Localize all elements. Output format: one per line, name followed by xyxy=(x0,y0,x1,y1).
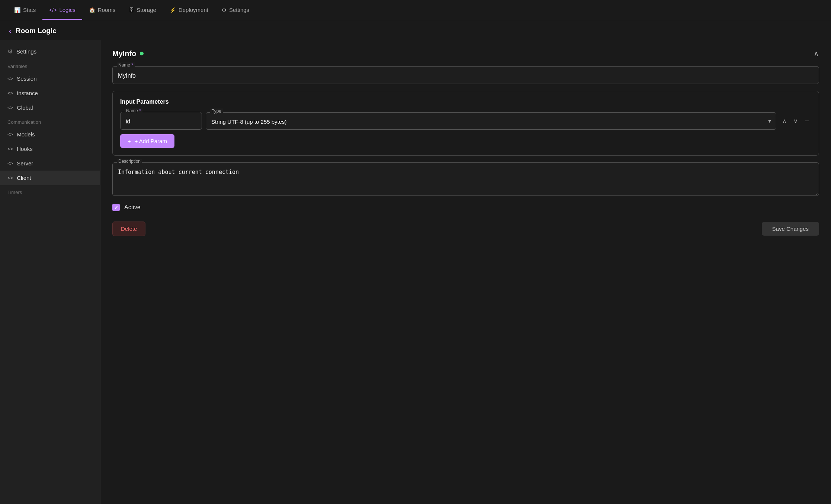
logics-icon: </> xyxy=(49,7,57,13)
nav-deployment[interactable]: ⚡ Deployment xyxy=(163,0,215,20)
nav-rooms[interactable]: 🏠 Rooms xyxy=(82,0,122,20)
rooms-icon: 🏠 xyxy=(89,7,95,13)
param-move-up-button[interactable]: ∧ xyxy=(780,116,789,126)
type-select[interactable]: String UTF-8 (up to 255 bytes) Integer F… xyxy=(206,112,776,130)
sidebar-item-models[interactable]: <> Models xyxy=(0,127,100,142)
code-icon-instance: <> xyxy=(7,90,13,96)
sidebar-item-client[interactable]: <> Client xyxy=(0,171,100,185)
delete-button[interactable]: Delete xyxy=(112,222,145,236)
code-icon-hooks: <> xyxy=(7,146,13,152)
name-required-marker: * xyxy=(131,62,133,68)
checkmark-icon: ✓ xyxy=(114,205,118,210)
code-icon-server: <> xyxy=(7,161,13,166)
top-nav: 📊 Stats </> Logics 🏠 Rooms 🗄 Storage ⚡ D… xyxy=(0,0,831,20)
page-header: ‹ Room Logic xyxy=(0,20,831,40)
logic-header: MyInfo ∧ xyxy=(112,49,819,58)
description-textarea[interactable]: Information about current connection xyxy=(112,162,819,196)
param-remove-button[interactable]: − xyxy=(802,115,811,127)
params-title: Input Parameters xyxy=(120,98,811,105)
collapse-button[interactable]: ∧ xyxy=(814,49,819,58)
nav-logics[interactable]: </> Logics xyxy=(42,0,82,20)
save-button[interactable]: Save Changes xyxy=(762,222,819,236)
bottom-actions: Delete Save Changes xyxy=(112,222,819,236)
code-icon-session: <> xyxy=(7,76,13,81)
param-name-label: Name * xyxy=(125,108,142,113)
description-field: Description Information about current co… xyxy=(112,162,819,197)
gear-icon: ⚙ xyxy=(7,48,13,55)
deployment-icon: ⚡ xyxy=(170,7,176,13)
add-param-button[interactable]: + + Add Param xyxy=(120,134,174,148)
name-field-container: Name * xyxy=(112,66,819,84)
sidebar-item-settings[interactable]: ⚙ Settings xyxy=(0,44,100,59)
sidebar-item-server[interactable]: <> Server xyxy=(0,156,100,171)
communication-section-label: Communication xyxy=(0,115,100,127)
code-icon-global: <> xyxy=(7,105,13,110)
nav-storage[interactable]: 🗄 Storage xyxy=(122,0,163,20)
param-name-input[interactable] xyxy=(120,112,202,130)
param-type-field: Type String UTF-8 (up to 255 bytes) Inte… xyxy=(206,112,776,130)
stats-icon: 📊 xyxy=(14,7,20,13)
page-title: Room Logic xyxy=(16,27,57,35)
param-type-label: Type xyxy=(210,109,223,114)
nav-settings[interactable]: ⚙ Settings xyxy=(215,0,256,20)
param-name-field: Name * xyxy=(120,112,202,130)
type-select-wrapper: String UTF-8 (up to 255 bytes) Integer F… xyxy=(206,112,776,130)
param-actions: ∧ ∨ − xyxy=(780,115,811,127)
back-button[interactable]: ‹ xyxy=(9,27,11,35)
name-field-label: Name * xyxy=(117,62,135,68)
code-icon-models: <> xyxy=(7,132,13,137)
sidebar-item-instance[interactable]: <> Instance xyxy=(0,86,100,100)
settings-nav-icon: ⚙ xyxy=(222,7,227,13)
code-icon-client: <> xyxy=(7,175,13,181)
active-label: Active xyxy=(124,204,141,211)
sidebar-item-session[interactable]: <> Session xyxy=(0,71,100,86)
storage-icon: 🗄 xyxy=(129,7,134,13)
add-param-icon: + xyxy=(128,138,131,144)
sidebar-item-hooks[interactable]: <> Hooks xyxy=(0,142,100,156)
description-label: Description xyxy=(117,159,142,164)
input-params-section: Input Parameters Name * xyxy=(112,91,819,156)
variables-section-label: Variables xyxy=(0,59,100,71)
logic-title: MyInfo xyxy=(112,49,144,58)
main-content: MyInfo ∧ Name * Input Parameters xyxy=(100,40,831,504)
sidebar-item-global[interactable]: <> Global xyxy=(0,100,100,115)
active-checkbox[interactable]: ✓ xyxy=(112,204,120,211)
name-input[interactable] xyxy=(112,66,819,84)
active-row: ✓ Active xyxy=(112,204,819,211)
status-dot xyxy=(140,52,144,55)
sidebar: ⚙ Settings Variables <> Session <> Insta… xyxy=(0,40,100,504)
nav-stats[interactable]: 📊 Stats xyxy=(7,0,42,20)
param-row: Name * Type xyxy=(120,112,811,130)
param-move-down-button[interactable]: ∨ xyxy=(791,116,800,126)
timers-section-label: Timers xyxy=(0,185,100,197)
